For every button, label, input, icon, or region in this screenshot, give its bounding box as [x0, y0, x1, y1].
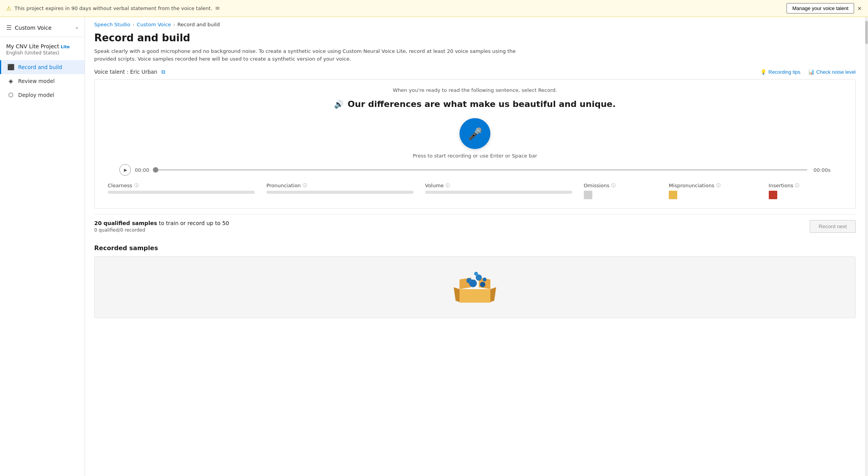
voice-talent-row: Voice talent : Eric Urban ⧉ 💡 Recording … — [85, 69, 865, 75]
qualified-suffix-text: to train or record up to 50 — [159, 220, 229, 226]
pronunciation-bar — [266, 191, 414, 194]
recording-sentence-row: 🔊 Our differences are what make us beaut… — [104, 99, 846, 109]
review-model-icon: ◈ — [7, 78, 14, 85]
qualified-row: 20 qualified samples to train or record … — [94, 214, 856, 237]
manage-voice-talent-button[interactable]: Manage your voice talent — [787, 3, 854, 14]
sidebar-app-title: Custom Voice — [15, 25, 51, 31]
breadcrumb-current: Record and build — [178, 22, 220, 27]
recording-tips-button[interactable]: 💡 Recording tips — [760, 69, 800, 75]
playback-time-end: 00:00s — [811, 167, 831, 173]
svg-point-10 — [474, 272, 478, 276]
menu-icon: ☰ — [6, 24, 12, 31]
play-icon: ▶ — [124, 168, 127, 173]
mic-button[interactable]: 🎤 — [459, 118, 490, 149]
svg-point-9 — [466, 278, 472, 283]
insertions-indicator — [769, 191, 777, 199]
playback-progress-track[interactable] — [153, 169, 807, 171]
sidebar-nav: ⬛ Record and build ◈ Review model ⬡ Depl… — [0, 60, 85, 102]
volume-label: Volume — [425, 183, 444, 188]
metrics-row: Clearness ⓘ Pronunciation ⓘ Volume ⓘ — [104, 183, 846, 199]
svg-point-11 — [483, 278, 487, 281]
clearness-label: Clearness — [108, 183, 132, 188]
sidebar-item-record-and-build[interactable]: ⬛ Record and build — [0, 60, 85, 74]
warning-icon: ⚠ — [6, 5, 11, 12]
check-noise-icon: 📊 — [808, 69, 814, 75]
qualified-count-text: 20 qualified samples to train or record … — [94, 220, 229, 226]
clearness-bar — [108, 191, 255, 194]
voice-talent-actions: 💡 Recording tips 📊 Check noise level — [760, 69, 856, 75]
mic-container: 🎤 — [104, 118, 846, 149]
omissions-label: Omissions — [584, 183, 610, 188]
metric-mispronunciations: Mispronunciations ⓘ — [669, 183, 757, 199]
record-build-icon: ⬛ — [7, 64, 14, 71]
sound-icon[interactable]: 🔊 — [334, 100, 344, 109]
clearness-info-icon[interactable]: ⓘ — [134, 183, 139, 188]
sidebar-header: ☰ Custom Voice « — [0, 20, 85, 37]
deploy-model-icon: ⬡ — [7, 91, 14, 98]
sidebar-collapse-button[interactable]: « — [75, 25, 78, 30]
qualified-info: 20 qualified samples to train or record … — [94, 220, 229, 233]
insertions-info-icon[interactable]: ⓘ — [795, 183, 799, 188]
recording-sentence: Our differences are what make us beautif… — [348, 99, 615, 109]
notification-text: This project expires in 90 days without … — [14, 5, 212, 11]
notification-close-icon[interactable]: ✕ — [857, 5, 862, 12]
sidebar-item-label-review: Review model — [18, 78, 55, 84]
sidebar-project-language: English (United States) — [6, 50, 78, 56]
mail-icon: ✉ — [215, 5, 220, 11]
breadcrumb-sep-2: › — [173, 22, 175, 27]
voice-talent-name: Eric Urban — [130, 69, 157, 75]
qualified-count: 20 — [94, 220, 102, 226]
metric-clearness: Clearness ⓘ — [108, 183, 255, 199]
samples-section: Recorded samples — [85, 237, 865, 318]
recording-hint: Press to start recording or use Enter or… — [104, 153, 846, 159]
play-button[interactable]: ▶ — [119, 164, 131, 176]
samples-empty-state — [94, 256, 856, 318]
sidebar-project: My CNV Lite ProjectLite English (United … — [0, 40, 85, 60]
playback-time-start: 00:00 — [135, 167, 149, 173]
page-header: Record and build Speak clearly with a go… — [85, 27, 865, 69]
main-content: Speech Studio › Custom Voice › Record an… — [85, 17, 865, 476]
voice-talent-info: Voice talent : Eric Urban ⧉ — [94, 69, 165, 75]
empty-box-illustration — [452, 266, 498, 308]
voice-talent-label: Voice talent — [94, 69, 125, 75]
mic-icon: 🎤 — [468, 127, 482, 141]
bottom-spacer — [85, 318, 865, 327]
mispronunciations-label: Mispronunciations — [669, 183, 714, 188]
notification-message: ⚠ This project expires in 90 days withou… — [6, 5, 220, 12]
recording-tips-label: Recording tips — [768, 69, 800, 75]
recording-tips-icon: 💡 — [760, 69, 766, 75]
playback-progress-thumb — [153, 167, 158, 173]
notification-actions: Manage your voice talent ✕ — [787, 3, 862, 14]
playback-row: ▶ 00:00 00:00s — [104, 164, 846, 176]
copy-icon[interactable]: ⧉ — [161, 69, 165, 75]
app-body: ☰ Custom Voice « My CNV Lite ProjectLite… — [0, 17, 868, 476]
sidebar-item-deploy-model[interactable]: ⬡ Deploy model — [0, 88, 85, 102]
metric-volume: Volume ⓘ — [425, 183, 572, 199]
check-noise-level-button[interactable]: 📊 Check noise level — [808, 69, 856, 75]
sidebar-project-badge: Lite — [61, 44, 70, 49]
sidebar-item-label-deploy: Deploy model — [18, 92, 54, 98]
sidebar-project-name: My CNV Lite ProjectLite — [6, 43, 78, 49]
sidebar-item-review-model[interactable]: ◈ Review model — [0, 74, 85, 88]
notification-bar: ⚠ This project expires in 90 days withou… — [0, 0, 868, 17]
recording-card: When you're ready to read the following … — [94, 79, 856, 209]
scrollbar[interactable] — [865, 17, 868, 476]
breadcrumb-sep-1: › — [132, 22, 134, 27]
sidebar: ☰ Custom Voice « My CNV Lite ProjectLite… — [0, 17, 85, 476]
record-next-button[interactable]: Record next — [810, 220, 856, 233]
metric-insertions: Insertions ⓘ — [769, 183, 842, 199]
pronunciation-info-icon[interactable]: ⓘ — [303, 183, 307, 188]
volume-bar — [425, 191, 572, 194]
breadcrumb-speech-studio[interactable]: Speech Studio — [94, 22, 130, 27]
mispronunciations-info-icon[interactable]: ⓘ — [716, 183, 721, 188]
check-noise-label: Check noise level — [816, 69, 856, 75]
breadcrumb-custom-voice[interactable]: Custom Voice — [137, 22, 171, 27]
mispronunciations-indicator — [669, 191, 677, 199]
volume-info-icon[interactable]: ⓘ — [446, 183, 450, 188]
scrollbar-thumb — [865, 21, 868, 44]
omissions-info-icon[interactable]: ⓘ — [611, 183, 615, 188]
metric-omissions: Omissions ⓘ — [584, 183, 657, 199]
sidebar-item-label-record: Record and build — [18, 64, 62, 70]
voice-talent-colon: : — [127, 69, 130, 75]
pronunciation-label: Pronunciation — [266, 183, 301, 188]
